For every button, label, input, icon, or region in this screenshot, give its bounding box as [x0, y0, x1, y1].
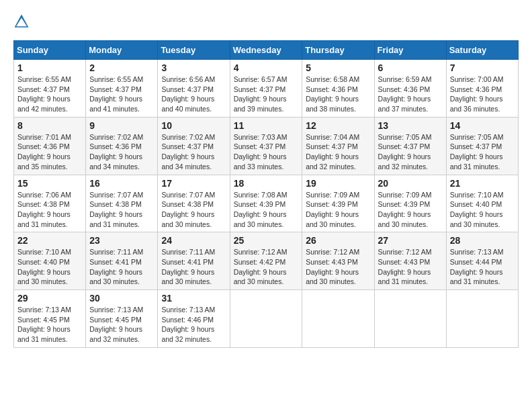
calendar-body: 1 Sunrise: 6:55 AMSunset: 4:37 PMDayligh… — [14, 60, 519, 348]
weekday-header-saturday: Saturday — [446, 41, 518, 60]
calendar-cell: 22 Sunrise: 7:10 AMSunset: 4:40 PMDaylig… — [14, 232, 86, 290]
day-number: 21 — [450, 178, 515, 189]
calendar-cell: 28 Sunrise: 7:13 AMSunset: 4:44 PMDaylig… — [446, 232, 518, 290]
day-number: 9 — [89, 120, 154, 131]
calendar-cell: 7 Sunrise: 7:00 AMSunset: 4:36 PMDayligh… — [446, 60, 518, 118]
day-number: 26 — [306, 235, 370, 246]
calendar-cell: 4 Sunrise: 6:57 AMSunset: 4:37 PMDayligh… — [230, 60, 302, 118]
calendar-cell: 17 Sunrise: 7:07 AMSunset: 4:38 PMDaylig… — [158, 175, 230, 232]
calendar-cell: 9 Sunrise: 7:02 AMSunset: 4:36 PMDayligh… — [86, 117, 158, 175]
calendar-cell: 21 Sunrise: 7:10 AMSunset: 4:40 PMDaylig… — [446, 175, 518, 232]
day-number: 23 — [89, 235, 154, 246]
calendar-cell: 25 Sunrise: 7:12 AMSunset: 4:42 PMDaylig… — [230, 232, 302, 290]
calendar-cell: 23 Sunrise: 7:11 AMSunset: 4:41 PMDaylig… — [86, 232, 158, 290]
calendar-cell: 30 Sunrise: 7:13 AMSunset: 4:45 PMDaylig… — [86, 290, 158, 348]
calendar-cell: 2 Sunrise: 6:55 AMSunset: 4:37 PMDayligh… — [86, 60, 158, 118]
day-number: 19 — [306, 178, 370, 189]
day-number: 5 — [306, 62, 370, 73]
calendar-week-2: 8 Sunrise: 7:01 AMSunset: 4:36 PMDayligh… — [14, 117, 519, 175]
calendar-cell: 16 Sunrise: 7:07 AMSunset: 4:38 PMDaylig… — [86, 175, 158, 232]
day-number: 6 — [378, 62, 443, 73]
calendar-cell: 31 Sunrise: 7:13 AMSunset: 4:46 PMDaylig… — [158, 290, 230, 348]
calendar-table: SundayMondayTuesdayWednesdayThursdayFrid… — [13, 40, 519, 348]
day-number: 4 — [234, 62, 299, 73]
day-info: Sunrise: 7:04 AMSunset: 4:37 PMDaylight:… — [306, 132, 370, 172]
calendar-cell: 15 Sunrise: 7:06 AMSunset: 4:38 PMDaylig… — [14, 175, 86, 232]
day-info: Sunrise: 7:12 AMSunset: 4:43 PMDaylight:… — [306, 247, 370, 287]
calendar-cell: 1 Sunrise: 6:55 AMSunset: 4:37 PMDayligh… — [14, 60, 86, 118]
day-info: Sunrise: 7:13 AMSunset: 4:45 PMDaylight:… — [17, 305, 82, 345]
day-number: 17 — [161, 178, 226, 189]
weekday-header-wednesday: Wednesday — [230, 41, 302, 60]
day-info: Sunrise: 7:09 AMSunset: 4:39 PMDaylight:… — [306, 190, 370, 230]
calendar-cell: 12 Sunrise: 7:04 AMSunset: 4:37 PMDaylig… — [302, 117, 374, 175]
calendar-cell: 29 Sunrise: 7:13 AMSunset: 4:45 PMDaylig… — [14, 290, 86, 348]
day-info: Sunrise: 7:07 AMSunset: 4:38 PMDaylight:… — [89, 190, 154, 230]
calendar-cell — [374, 290, 446, 348]
day-number: 27 — [378, 235, 443, 246]
weekday-header-row: SundayMondayTuesdayWednesdayThursdayFrid… — [14, 41, 519, 60]
day-number: 10 — [161, 120, 226, 131]
weekday-header-monday: Monday — [86, 41, 158, 60]
day-number: 11 — [234, 120, 299, 131]
calendar-cell: 26 Sunrise: 7:12 AMSunset: 4:43 PMDaylig… — [302, 232, 374, 290]
day-info: Sunrise: 7:08 AMSunset: 4:39 PMDaylight:… — [234, 190, 299, 230]
day-info: Sunrise: 7:10 AMSunset: 4:40 PMDaylight:… — [17, 247, 82, 287]
calendar-cell: 8 Sunrise: 7:01 AMSunset: 4:36 PMDayligh… — [14, 117, 86, 175]
day-info: Sunrise: 7:09 AMSunset: 4:39 PMDaylight:… — [378, 190, 443, 230]
calendar-cell: 18 Sunrise: 7:08 AMSunset: 4:39 PMDaylig… — [230, 175, 302, 232]
calendar-cell: 27 Sunrise: 7:12 AMSunset: 4:43 PMDaylig… — [374, 232, 446, 290]
calendar-week-1: 1 Sunrise: 6:55 AMSunset: 4:37 PMDayligh… — [14, 60, 519, 118]
day-info: Sunrise: 7:13 AMSunset: 4:46 PMDaylight:… — [161, 305, 226, 345]
day-info: Sunrise: 6:56 AMSunset: 4:37 PMDaylight:… — [161, 75, 226, 114]
day-info: Sunrise: 7:13 AMSunset: 4:44 PMDaylight:… — [450, 247, 515, 287]
calendar-cell: 5 Sunrise: 6:58 AMSunset: 4:36 PMDayligh… — [302, 60, 374, 118]
calendar-cell: 19 Sunrise: 7:09 AMSunset: 4:39 PMDaylig… — [302, 175, 374, 232]
day-info: Sunrise: 7:03 AMSunset: 4:37 PMDaylight:… — [234, 132, 299, 172]
day-info: Sunrise: 7:06 AMSunset: 4:38 PMDaylight:… — [17, 190, 82, 230]
calendar-cell — [302, 290, 374, 348]
day-number: 29 — [17, 293, 82, 304]
calendar-cell: 14 Sunrise: 7:05 AMSunset: 4:37 PMDaylig… — [446, 117, 518, 175]
day-number: 24 — [161, 235, 226, 246]
day-number: 18 — [234, 178, 299, 189]
day-number: 16 — [89, 178, 154, 189]
day-info: Sunrise: 7:13 AMSunset: 4:45 PMDaylight:… — [89, 305, 154, 345]
logo-icon — [13, 13, 30, 30]
day-number: 15 — [17, 178, 82, 189]
calendar-cell: 24 Sunrise: 7:11 AMSunset: 4:41 PMDaylig… — [158, 232, 230, 290]
calendar-cell: 11 Sunrise: 7:03 AMSunset: 4:37 PMDaylig… — [230, 117, 302, 175]
calendar-week-3: 15 Sunrise: 7:06 AMSunset: 4:38 PMDaylig… — [14, 175, 519, 232]
weekday-header-thursday: Thursday — [302, 41, 374, 60]
day-info: Sunrise: 7:10 AMSunset: 4:40 PMDaylight:… — [450, 190, 515, 230]
day-number: 20 — [378, 178, 443, 189]
day-number: 22 — [17, 235, 82, 246]
day-number: 2 — [89, 62, 154, 73]
day-number: 25 — [234, 235, 299, 246]
day-info: Sunrise: 6:59 AMSunset: 4:36 PMDaylight:… — [378, 75, 443, 114]
calendar-week-4: 22 Sunrise: 7:10 AMSunset: 4:40 PMDaylig… — [14, 232, 519, 290]
weekday-header-sunday: Sunday — [14, 41, 86, 60]
calendar-cell: 13 Sunrise: 7:05 AMSunset: 4:37 PMDaylig… — [374, 117, 446, 175]
calendar-cell — [446, 290, 518, 348]
day-info: Sunrise: 7:02 AMSunset: 4:36 PMDaylight:… — [89, 132, 154, 172]
page-header — [13, 13, 519, 30]
day-info: Sunrise: 7:05 AMSunset: 4:37 PMDaylight:… — [378, 132, 443, 172]
day-number: 12 — [306, 120, 370, 131]
day-number: 7 — [450, 62, 515, 73]
day-info: Sunrise: 7:07 AMSunset: 4:38 PMDaylight:… — [161, 190, 226, 230]
day-number: 14 — [450, 120, 515, 131]
weekday-header-friday: Friday — [374, 41, 446, 60]
calendar-cell: 6 Sunrise: 6:59 AMSunset: 4:36 PMDayligh… — [374, 60, 446, 118]
day-info: Sunrise: 6:55 AMSunset: 4:37 PMDaylight:… — [89, 75, 154, 114]
day-info: Sunrise: 7:11 AMSunset: 4:41 PMDaylight:… — [89, 247, 154, 287]
day-info: Sunrise: 7:05 AMSunset: 4:37 PMDaylight:… — [450, 132, 515, 172]
day-number: 3 — [161, 62, 226, 73]
day-info: Sunrise: 6:57 AMSunset: 4:37 PMDaylight:… — [234, 75, 299, 114]
day-info: Sunrise: 7:11 AMSunset: 4:41 PMDaylight:… — [161, 247, 226, 287]
day-info: Sunrise: 7:02 AMSunset: 4:37 PMDaylight:… — [161, 132, 226, 172]
calendar-cell: 20 Sunrise: 7:09 AMSunset: 4:39 PMDaylig… — [374, 175, 446, 232]
day-number: 8 — [17, 120, 82, 131]
day-info: Sunrise: 7:00 AMSunset: 4:36 PMDaylight:… — [450, 75, 515, 114]
weekday-header-tuesday: Tuesday — [158, 41, 230, 60]
